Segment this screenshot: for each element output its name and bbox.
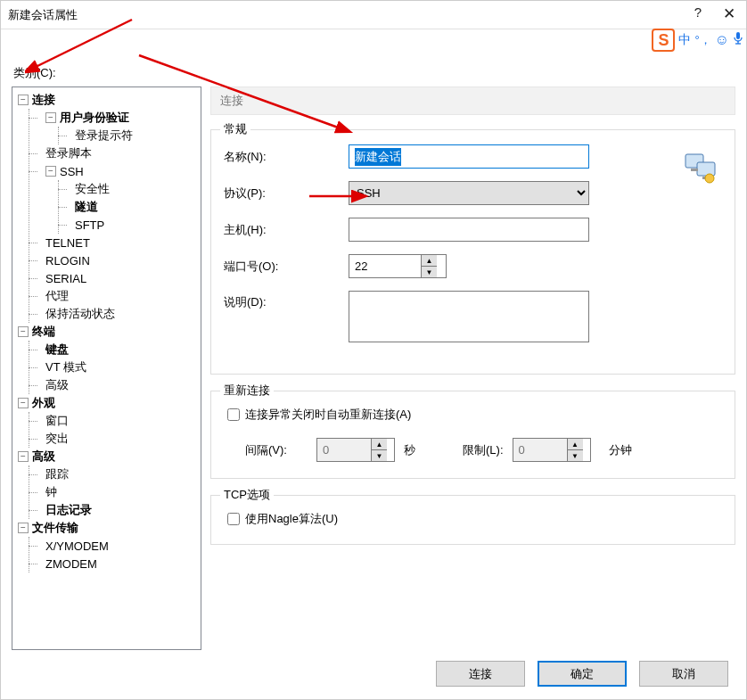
nagle-checkbox[interactable] bbox=[227, 513, 240, 525]
connect-button[interactable]: 连接 bbox=[436, 661, 525, 687]
help-icon[interactable]: ? bbox=[694, 4, 702, 20]
protocol-select[interactable]: SSH bbox=[349, 181, 589, 205]
host-input[interactable] bbox=[349, 218, 589, 242]
tree-terminal[interactable]: 终端 bbox=[32, 324, 55, 340]
tree-vt[interactable]: VT 模式 bbox=[45, 359, 86, 375]
svg-rect-0 bbox=[736, 32, 740, 39]
spin-up-icon[interactable]: ▲ bbox=[372, 439, 387, 450]
tree-serial[interactable]: SERIAL bbox=[45, 272, 86, 285]
tcp-legend: TCP选项 bbox=[220, 487, 274, 503]
interval-input[interactable] bbox=[317, 439, 371, 461]
tree-login-script[interactable]: 登录脚本 bbox=[45, 145, 92, 161]
tree-log[interactable]: 日志记录 bbox=[45, 502, 92, 518]
general-group: 常规 名称(N): 新建会话 bbox=[210, 129, 735, 375]
protocol-label: 协议(P): bbox=[224, 185, 349, 202]
tree-appearance[interactable]: 外观 bbox=[32, 395, 55, 411]
ok-button[interactable]: 确定 bbox=[538, 661, 627, 687]
tree-keyboard[interactable]: 键盘 bbox=[45, 342, 69, 358]
port-label: 端口号(O): bbox=[224, 259, 349, 275]
tree-connection[interactable]: 连接 bbox=[32, 92, 55, 108]
ime-punct[interactable]: °， bbox=[694, 32, 710, 48]
tree-toggle[interactable] bbox=[45, 112, 56, 123]
dialog-buttons: 连接 确定 取消 bbox=[1, 650, 746, 699]
close-icon[interactable]: ✕ bbox=[723, 4, 735, 23]
tree-toggle[interactable] bbox=[18, 523, 29, 533]
titlebar: 新建会话属性 ? ✕ bbox=[1, 1, 746, 29]
tree-transfer[interactable]: 文件传输 bbox=[32, 520, 78, 536]
auto-reconnect-label: 连接异常关闭时自动重新连接(A) bbox=[245, 407, 411, 423]
tree-tunnel[interactable]: 隧道 bbox=[75, 199, 98, 215]
tree-term-adv[interactable]: 高级 bbox=[45, 377, 69, 393]
port-spinner[interactable]: ▲▼ bbox=[349, 254, 447, 278]
ime-toolbar: S 中 °， ☺ bbox=[652, 29, 743, 52]
general-legend: 常规 bbox=[220, 121, 250, 137]
session-icon bbox=[685, 153, 720, 186]
ime-emoji-icon[interactable]: ☺ bbox=[715, 32, 729, 48]
tree-bell[interactable]: 钟 bbox=[45, 484, 57, 500]
svg-point-10 bbox=[705, 174, 714, 183]
tree-trace[interactable]: 跟踪 bbox=[45, 466, 69, 482]
sogou-ime-icon[interactable]: S bbox=[652, 29, 675, 52]
svg-rect-7 bbox=[697, 162, 715, 176]
tree-rlogin[interactable]: RLOGIN bbox=[45, 254, 90, 268]
seconds-label: 秒 bbox=[404, 442, 436, 458]
port-input[interactable] bbox=[349, 255, 421, 277]
category-tree[interactable]: 连接 用户身份验证 登录提示符 登录脚本 SSH 安全性 隧道 SFTP bbox=[12, 86, 201, 650]
tree-keepalive[interactable]: 保持活动状态 bbox=[45, 306, 115, 322]
nagle-label: 使用Nagle算法(U) bbox=[245, 511, 338, 527]
ime-lang[interactable]: 中 bbox=[678, 32, 691, 48]
tree-telnet[interactable]: TELNET bbox=[45, 236, 90, 250]
name-input[interactable]: 新建会话 bbox=[349, 144, 589, 169]
spin-down-icon[interactable]: ▼ bbox=[372, 450, 387, 461]
spin-up-icon[interactable]: ▲ bbox=[422, 255, 437, 267]
window-title: 新建会话属性 bbox=[8, 7, 78, 23]
tree-toggle[interactable] bbox=[18, 95, 29, 105]
tree-toggle[interactable] bbox=[18, 326, 29, 337]
spin-down-icon[interactable]: ▼ bbox=[422, 267, 437, 277]
tree-advanced[interactable]: 高级 bbox=[32, 449, 55, 465]
name-label: 名称(N): bbox=[224, 149, 349, 165]
host-label: 主机(H): bbox=[224, 222, 349, 238]
reconnect-group: 重新连接 连接异常关闭时自动重新连接(A) 间隔(V): ▲▼ 秒 限制(L): bbox=[210, 391, 735, 479]
tree-highlight[interactable]: 突出 bbox=[45, 431, 69, 447]
tree-proxy[interactable]: 代理 bbox=[45, 288, 69, 304]
desc-textarea[interactable] bbox=[349, 291, 589, 342]
panel-title: 连接 bbox=[210, 86, 735, 115]
tree-sftp[interactable]: SFTP bbox=[75, 218, 104, 232]
reconnect-legend: 重新连接 bbox=[220, 383, 274, 399]
tree-zmodem[interactable]: ZMODEM bbox=[45, 557, 97, 571]
tree-toggle[interactable] bbox=[18, 398, 29, 408]
tree-toggle[interactable] bbox=[45, 166, 56, 177]
tree-window[interactable]: 窗口 bbox=[45, 413, 69, 429]
interval-label: 间隔(V): bbox=[245, 442, 308, 458]
tcp-group: TCP选项 使用Nagle算法(U) bbox=[210, 495, 735, 545]
category-label: 类别(C): bbox=[1, 29, 746, 86]
tree-user-auth[interactable]: 用户身份验证 bbox=[60, 110, 129, 126]
limit-label: 限制(L): bbox=[463, 442, 504, 458]
tree-xymodem[interactable]: X/YMODEM bbox=[45, 539, 109, 553]
spin-down-icon[interactable]: ▼ bbox=[568, 450, 583, 461]
tree-security[interactable]: 安全性 bbox=[75, 181, 110, 197]
spin-up-icon[interactable]: ▲ bbox=[568, 439, 583, 450]
desc-label: 说明(D): bbox=[224, 291, 349, 310]
svg-rect-8 bbox=[691, 169, 698, 171]
ime-mic-icon[interactable] bbox=[733, 31, 743, 49]
auto-reconnect-checkbox[interactable] bbox=[227, 408, 240, 421]
interval-spinner[interactable]: ▲▼ bbox=[316, 438, 395, 462]
cancel-button[interactable]: 取消 bbox=[639, 661, 728, 687]
minutes-label: 分钟 bbox=[609, 442, 632, 458]
tree-toggle[interactable] bbox=[18, 451, 29, 462]
tree-login-prompt[interactable]: 登录提示符 bbox=[75, 128, 133, 144]
limit-input[interactable] bbox=[513, 439, 567, 461]
tree-ssh[interactable]: SSH bbox=[60, 165, 84, 178]
limit-spinner[interactable]: ▲▼ bbox=[513, 438, 591, 462]
